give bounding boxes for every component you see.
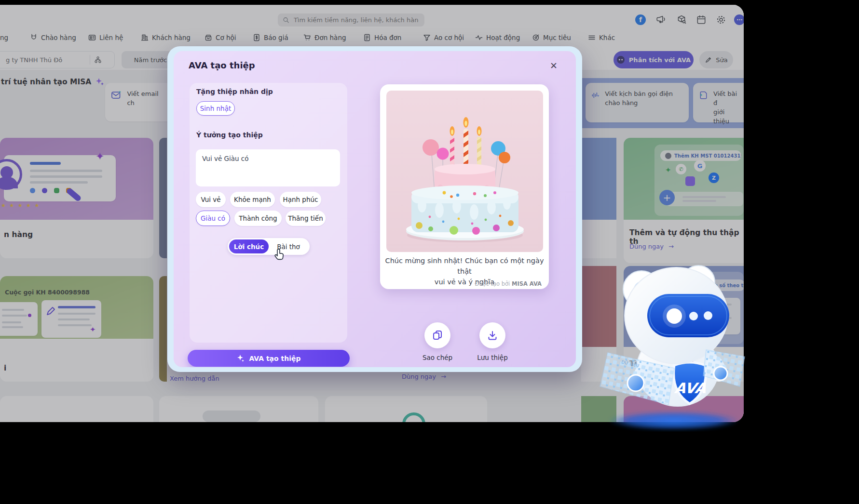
occasion-chip-sinh-nhat[interactable]: Sinh nhật [196,101,235,116]
output-type-toggle: Lời chúc Bài thơ [228,238,310,255]
cursor-icon [274,248,287,261]
caption-line1: Chúc mừng sinh nhật! Chúc bạn có một ngà… [385,257,544,275]
robot-glow [609,411,739,430]
idea-label: Ý tưởng tạo thiệp [196,131,263,139]
robot-face-screen [647,294,729,337]
modal-body: AVA tạo thiệp ✕ Tặng thiệp nhân dịp Sinh… [174,51,576,367]
card-credit: Được tạo bởi MISA AVA [475,280,542,287]
copy-icon [432,330,443,341]
idea-chip-khoe-manh[interactable]: Khỏe mạnh [230,192,275,207]
occasion-label: Tặng thiệp nhân dịp [196,88,273,95]
sparkle-icon [236,354,245,362]
copy-button[interactable] [424,322,450,348]
modal-title: AVA tạo thiệp [189,60,255,70]
ava-robot-mascot: AVA MISA DỮ LIỆU [593,260,757,463]
ava-badge-text: AVA [673,380,708,397]
idea-textarea[interactable]: Vui vẻ Giàu có [196,149,340,186]
download-icon [487,330,498,341]
idea-chip-thanh-cong[interactable]: Thành công [234,211,282,226]
cake-illustration [386,91,543,252]
idea-chip-vui-ve[interactable]: Vui vẻ [196,192,226,207]
screen: f ng Chào hàng Liên hệ Khách hàng Cơ hội… [0,0,859,504]
robot-hand-left [627,375,644,391]
ava-card-modal: AVA tạo thiệp ✕ Tặng thiệp nhân dịp Sinh… [167,46,582,372]
idea-chip-hanh-phuc[interactable]: Hạnh phúc [280,192,321,207]
greeting-card-preview: Chúc mừng sinh nhật! Chúc bạn có một ngà… [380,84,549,289]
credit-brand: MISA AVA [512,280,542,287]
generate-card-button[interactable]: AVA tạo thiệp [188,350,350,367]
toggle-loi-chuc[interactable]: Lời chúc [229,239,269,253]
close-icon[interactable]: ✕ [548,60,559,71]
idea-chip-thang-tien[interactable]: Thăng tiến [286,211,326,226]
save-button[interactable] [479,322,505,348]
generate-label: AVA tạo thiệp [249,355,300,362]
idea-chip-giau-co[interactable]: Giàu có [196,211,230,226]
copy-label: Sao chép [409,354,466,361]
save-label: Lưu thiệp [464,354,521,361]
birthday-cake-image [386,91,543,252]
robot-hand-right [714,367,727,380]
